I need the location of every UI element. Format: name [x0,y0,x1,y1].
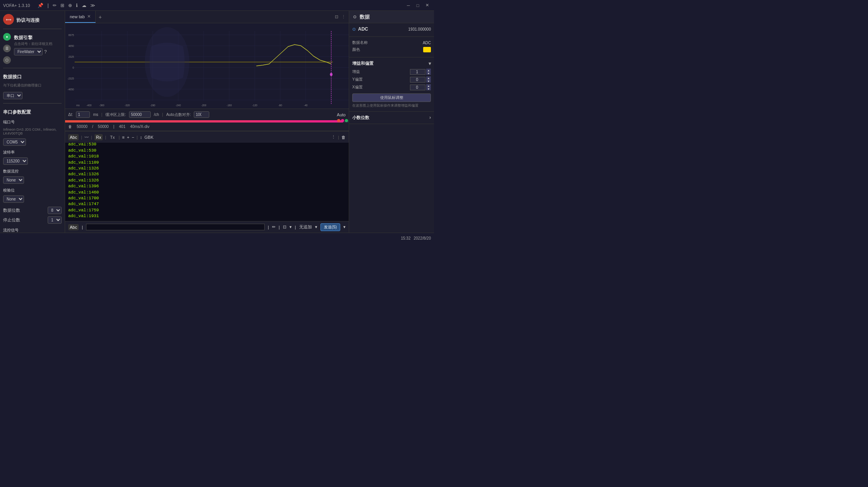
terminal-line: adc_val:1326 [68,178,346,183]
send-option-dropdown[interactable]: ▾ [289,225,292,230]
buffer-limit-label: 缓冲区上限: [105,112,126,117]
delta-t-input[interactable] [76,111,90,118]
gain-down[interactable]: ▼ [426,72,431,75]
send-arrow[interactable]: ▾ [343,225,346,230]
gain-offset-section: 增益和偏置 ▾ 增益 ▲ ▼ Y偏置 ▲ [349,57,434,112]
format-icon[interactable]: ≡ [122,135,124,140]
no-append-label: 无追加 [299,224,312,230]
no-append-arrow[interactable]: ▾ [315,225,317,230]
interface-dropdown[interactable]: 串口 [3,92,22,99]
cloud-icon[interactable]: ☁ [82,3,86,8]
send-input[interactable] [86,224,265,230]
trash-icon[interactable]: 🗑 [68,124,72,129]
send-button[interactable]: 发送(S) [320,223,340,231]
help-icon[interactable]: ? [44,49,47,55]
svg-text:-280: -280 [150,103,155,107]
sidebar-icon-2[interactable]: ☰ [3,45,11,52]
dot-red [337,119,340,122]
x-offset-label: X偏置 [352,85,363,90]
y-offset-input[interactable] [410,77,425,83]
port-title: 端口号 [3,119,62,125]
send-option-icon2[interactable]: ⊡ [283,225,286,230]
y-offset-down[interactable]: ▼ [426,79,431,83]
terminal-line: adc_val:530 [68,143,346,148]
chart-toolbar: Δt: ms | 缓冲区上限: /ch | Auto点数对齐: Auto [65,109,349,120]
rx-btn[interactable]: Rx [95,134,103,140]
channel-icon: ⊙ [352,27,356,32]
more-icon[interactable]: ⋮ [331,135,336,140]
sidebar-protocol-icon[interactable]: ⟺ [3,14,14,25]
auto-align-input[interactable] [194,111,209,118]
tab-action-icon-1[interactable]: ⊡ [335,14,338,19]
data-bits-select[interactable]: 8 [48,207,62,214]
mouse-adjust-hint: 在波形图上使用鼠标操作来调整增益和偏置 [352,104,431,108]
add-icon[interactable]: + [127,135,129,140]
delta-t-label: Δt: [68,112,73,117]
progress-bar-fill [65,120,343,123]
target-icon[interactable]: ⊕ [68,3,72,8]
terminal-line: adc_val:1460 [68,190,346,195]
menu-icon[interactable]: ≫ [90,3,95,8]
x-offset-up[interactable]: ▲ [426,84,431,87]
encode-icon[interactable]: ↕ [140,135,142,140]
tab-add-button[interactable]: + [96,14,105,20]
sidebar-icon-3[interactable]: ⬡ [3,56,11,64]
minimize-button[interactable]: ─ [405,2,412,9]
driver-dropdown[interactable]: FireWater [14,48,43,55]
tab-close-icon[interactable]: ✕ [87,14,91,19]
tx-btn[interactable]: Tx [108,134,116,140]
y-offset-up[interactable]: ▲ [426,76,431,79]
separator-icon: | [47,3,48,8]
data-engine-subtitle: 点击词号：前往详细文档 [14,41,62,47]
display-icon[interactable]: ⊞ [60,3,64,8]
terminal-toolbar: Abc | 〰 | Rx | Tx | ≡ + − | ↕ GBK ⋮ | 🗑 [65,131,349,143]
stop-bits-select[interactable]: 1 [48,216,62,224]
data-name-label: 数据名称 [352,40,368,45]
bottom-abc-btn[interactable]: Abc [68,224,79,230]
gain-input[interactable] [410,69,425,75]
edit-icon[interactable]: ✏ [53,3,57,8]
svg-text:-200: -200 [201,103,206,107]
info-icon[interactable]: ℹ [76,3,78,8]
svg-text:-4650: -4650 [67,87,74,91]
minus-icon[interactable]: − [132,135,134,140]
terminal-line: adc_val:1931 [68,213,346,219]
auto-align-label: Auto点数对齐: [166,112,191,117]
terminal-line: adc_val:1700 [68,195,346,201]
send-options-icon[interactable]: ✏ [272,225,276,230]
close-button[interactable]: ✕ [423,2,431,9]
stat-scale: 40ms/X-div [130,124,150,129]
gain-up[interactable]: ▲ [426,69,431,72]
sidebar-icon-1[interactable]: ● [3,33,11,41]
abc-btn[interactable]: Abc [68,134,79,140]
color-swatch[interactable] [423,47,431,52]
stat-total: 50000 [98,124,109,129]
buffer-limit-input[interactable] [129,111,151,118]
svg-text:-240: -240 [176,103,181,107]
auto-label: Auto [337,112,346,117]
gain-offset-title: 增益和偏置 [352,60,374,66]
data-interface-subtitle: 与下位机通信的物理接口 [3,83,62,88]
mouse-adjust-button[interactable]: 使用鼠标调整 [352,93,431,102]
gain-offset-collapse[interactable]: ▾ [429,61,431,66]
maximize-button[interactable]: □ [414,2,422,9]
svg-text:-360: -360 [99,103,104,107]
baudrate-dropdown[interactable]: 115200 [3,157,28,165]
port-dropdown[interactable]: COM5 [3,138,26,146]
wave-icon[interactable]: 〰 [84,135,89,140]
delta-t-unit: ms [93,112,98,117]
pin-icon[interactable]: 📌 [38,3,43,8]
svg-text:0: 0 [72,66,74,69]
right-panel: ⊙ 数据 ⊙ ADC 1931.000000 数据名称 ADC 颜色 [349,11,434,233]
dot-green [345,119,348,122]
tab-action-icon-2[interactable]: ⋮ [341,14,346,19]
verify-dropdown[interactable]: None [3,195,24,203]
tab-new[interactable]: new tab ✕ [65,11,96,23]
decimal-collapse[interactable]: › [429,115,431,120]
clear-icon[interactable]: 🗑 [341,135,346,140]
window-controls: ─ □ ✕ [405,2,431,9]
flow-control-dropdown[interactable]: None [3,176,24,184]
x-offset-down[interactable]: ▼ [426,87,431,90]
x-offset-input[interactable] [410,85,425,90]
svg-text:-80: -80 [278,103,282,107]
